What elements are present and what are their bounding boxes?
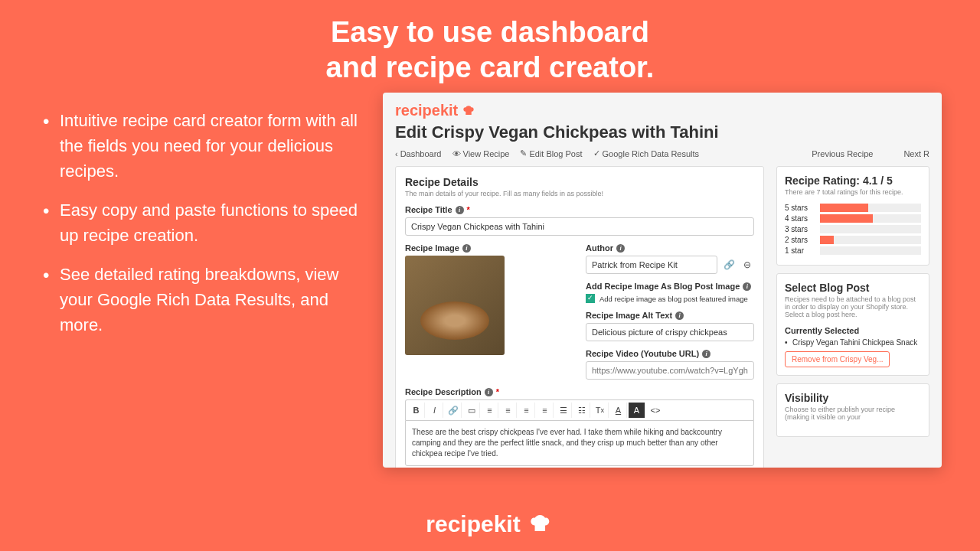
currently-selected-label: Currently Selected xyxy=(785,326,921,335)
image-button[interactable]: ▭ xyxy=(463,403,480,418)
recipe-image-label: Recipe Image i xyxy=(405,243,573,253)
description-editor[interactable]: These are the best crispy chickpeas I've… xyxy=(405,420,754,466)
section-heading: Recipe Details xyxy=(405,176,754,188)
alt-text-label: Recipe Image Alt Text i xyxy=(586,311,754,320)
clear-icon[interactable]: ⊖ xyxy=(740,258,754,272)
alt-text-input[interactable] xyxy=(586,323,754,341)
info-icon[interactable]: i xyxy=(616,244,625,253)
rating-bar-row: 3 stars xyxy=(785,225,921,233)
description-label: Recipe Description i * xyxy=(405,387,754,396)
rating-bar-row: 5 stars xyxy=(785,204,921,212)
rating-bar-row: 1 star xyxy=(785,246,921,255)
align-right-button[interactable]: ≡ xyxy=(518,403,535,418)
rating-heading: Recipe Rating: 4.1 / 5 xyxy=(785,174,921,187)
info-icon[interactable]: i xyxy=(462,244,471,253)
hero-heading: Easy to use dashboardand recipe card cre… xyxy=(0,0,980,93)
info-icon[interactable]: i xyxy=(675,311,684,320)
code-button[interactable]: <> xyxy=(647,403,664,418)
chef-hat-icon xyxy=(527,513,554,536)
visibility-panel: Visibility Choose to either publish your… xyxy=(776,383,929,437)
selected-blog-item: Crispy Vegan Tahini Chickpea Snack xyxy=(785,338,921,347)
clear-format-button[interactable]: Tx xyxy=(592,403,609,418)
link-button[interactable]: 🔗 xyxy=(445,403,462,418)
rating-panel: Recipe Rating: 4.1 / 5 There are 7 total… xyxy=(776,166,929,266)
add-image-label: Add Recipe Image As Blog Post Image i xyxy=(586,282,754,291)
align-justify-button[interactable]: ≡ xyxy=(537,403,554,418)
app-screenshot: recipekit Edit Crispy Vegan Chickpeas wi… xyxy=(383,93,942,468)
nav-edit-post[interactable]: ✎ Edit Blog Post xyxy=(520,148,582,158)
italic-button[interactable]: I xyxy=(426,403,443,418)
info-icon[interactable]: i xyxy=(456,206,464,214)
author-input[interactable] xyxy=(586,256,717,274)
list-ul-button[interactable]: ☰ xyxy=(555,403,572,418)
nav-view-recipe[interactable]: 👁 View Recipe xyxy=(452,149,510,158)
bullet-item: Intuitive recipe card creator form with … xyxy=(38,108,360,184)
remove-from-blog-button[interactable]: Remove from Crispy Veg... xyxy=(785,351,890,367)
page-title: Edit Crispy Vegan Chickpeas with Tahini xyxy=(395,122,929,142)
nav-previous-recipe[interactable]: Previous Recipe xyxy=(812,149,873,158)
list-ol-button[interactable]: ☷ xyxy=(573,403,590,418)
add-image-checkbox-row[interactable]: Add recipe image as blog post featured i… xyxy=(586,294,754,303)
recipe-title-label: Recipe Title i * xyxy=(405,205,754,214)
feature-bullets: Intuitive recipe card creator form with … xyxy=(38,93,360,468)
visibility-heading: Visibility xyxy=(785,392,921,404)
checkbox-checked-icon[interactable] xyxy=(586,294,595,303)
align-center-button[interactable]: ≡ xyxy=(500,403,517,418)
recipe-image-preview[interactable] xyxy=(405,256,505,355)
footer-logo: recipekit xyxy=(426,511,554,537)
bg-color-button[interactable]: A xyxy=(629,403,645,418)
rating-bar-row: 2 stars xyxy=(785,236,921,244)
section-subtext: The main details of your recipe. Fill as… xyxy=(405,190,754,197)
visibility-subtext: Choose to either publish your recipe (ma… xyxy=(785,406,921,421)
nav-next-recipe[interactable]: Next R xyxy=(903,149,929,158)
editor-toolbar: B I 🔗 ▭ ≡ ≡ ≡ ≡ ☰ ☷ Tx A A <> xyxy=(405,399,754,420)
rating-subtext: There are 7 total ratings for this recip… xyxy=(785,188,921,196)
bullet-item: Easy copy and paste functions to speed u… xyxy=(38,197,360,248)
app-logo: recipekit xyxy=(395,102,929,119)
video-url-label: Recipe Video (Youtube URL) i xyxy=(586,349,754,358)
breadcrumb-nav: ‹ Dashboard 👁 View Recipe ✎ Edit Blog Po… xyxy=(395,148,929,158)
recipe-title-input[interactable] xyxy=(405,217,754,236)
blog-subtext: Recipes need to be attached to a blog po… xyxy=(785,295,921,318)
bold-button[interactable]: B xyxy=(408,403,425,418)
info-icon[interactable]: i xyxy=(485,388,493,396)
font-color-button[interactable]: A xyxy=(610,403,627,418)
link-icon[interactable]: 🔗 xyxy=(722,258,736,272)
rating-bar-row: 4 stars xyxy=(785,214,921,223)
video-url-input[interactable] xyxy=(586,361,754,380)
blog-post-panel: Select Blog Post Recipes need to be atta… xyxy=(776,273,929,376)
chef-hat-icon xyxy=(461,104,476,118)
author-label: Author i xyxy=(586,243,754,253)
info-icon[interactable]: i xyxy=(702,350,710,358)
recipe-details-panel: Recipe Details The main details of your … xyxy=(395,166,764,468)
blog-heading: Select Blog Post xyxy=(785,282,921,294)
bullet-item: See detailed rating breakdowns, view you… xyxy=(38,262,360,337)
nav-dashboard[interactable]: ‹ Dashboard xyxy=(395,149,442,158)
info-icon[interactable]: i xyxy=(743,282,751,291)
nav-google-results[interactable]: ✓ Google Rich Data Results xyxy=(593,148,700,158)
align-left-button[interactable]: ≡ xyxy=(482,403,498,418)
